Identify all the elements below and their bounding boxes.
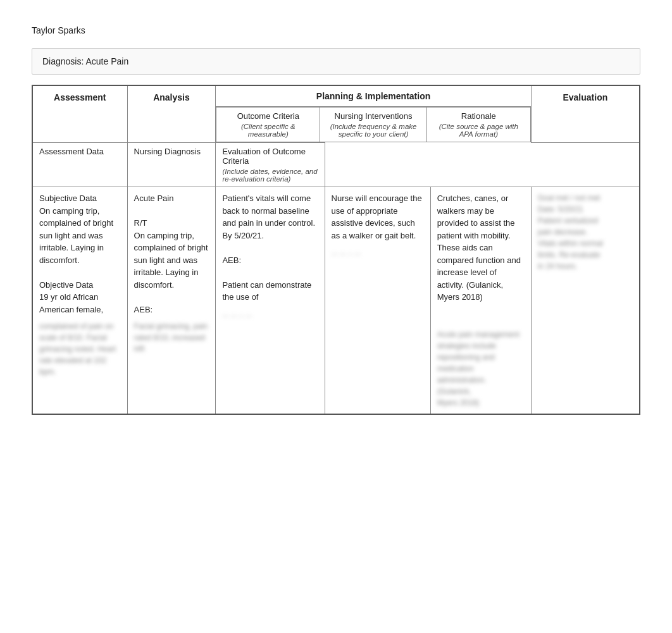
subheader-assessment-data: Assessment Data bbox=[32, 143, 127, 187]
subheader-evaluation-outcome: Evaluation of Outcome Criteria (Include … bbox=[216, 143, 325, 187]
patient-name: Taylor Sparks bbox=[32, 25, 640, 35]
header-planning: Planning & Implementation bbox=[216, 86, 530, 107]
subheader-nursing-interventions: Nursing Interventions (Include frequency… bbox=[320, 108, 427, 142]
cell-analysis: Acute Pain R/T On camping trip, complain… bbox=[127, 187, 216, 414]
care-plan-table: Assessment Analysis Planning & Implement… bbox=[32, 85, 640, 415]
cell-nursing-interventions: Nurse will encourage the use of appropri… bbox=[325, 187, 430, 414]
header-analysis: Analysis bbox=[127, 85, 216, 143]
diagnosis-bar: Diagnosis: Acute Pain bbox=[32, 48, 640, 75]
header-assessment: Assessment bbox=[32, 85, 127, 143]
cell-assessment: Subjective Data On camping trip, complai… bbox=[32, 187, 127, 414]
subheader-nursing-diagnosis: Nursing Diagnosis bbox=[127, 143, 216, 187]
subheader-rationale: Rationale (Cite source & page with APA f… bbox=[426, 108, 530, 142]
cell-rationale: Crutches, canes, or walkers may be provi… bbox=[430, 187, 531, 414]
subheader-outcome: Outcome Criteria (Client specific & meas… bbox=[216, 108, 320, 142]
cell-outcome-criteria: Patient's vitals will come back to norma… bbox=[216, 187, 325, 414]
header-evaluation: Evaluation bbox=[531, 85, 640, 143]
cell-evaluation: Goal met / not met Date: 5/20/21 Patient… bbox=[531, 187, 640, 414]
